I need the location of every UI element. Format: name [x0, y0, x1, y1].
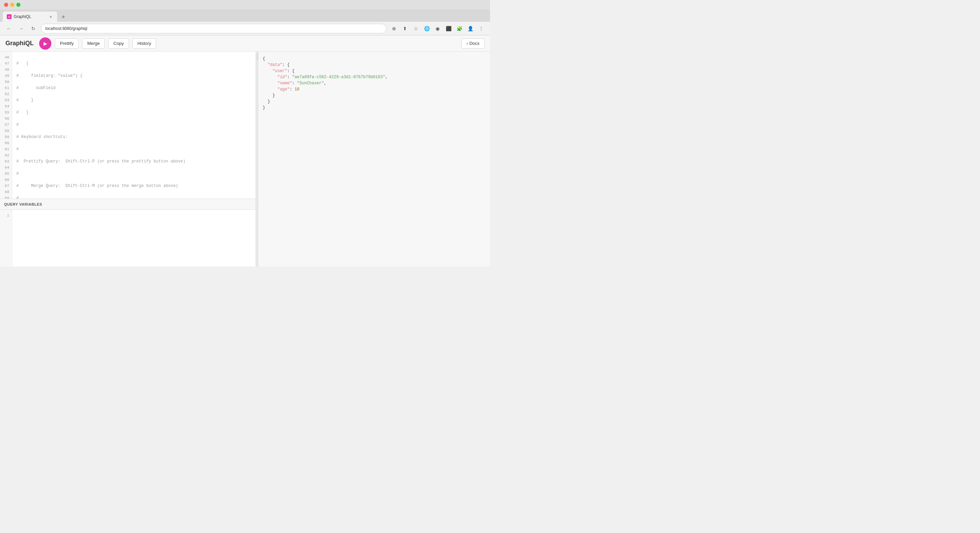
variables-panel: QUERY VARIABLES 1	[0, 198, 256, 266]
nav-icons: ⊕ ⬆ ☆ 🌐 ◉ ⬛ 🧩 👤 ⋮	[389, 24, 486, 33]
puzzle-icon[interactable]: 🧩	[455, 24, 464, 33]
variables-line-numbers: 1	[0, 210, 12, 266]
var-line-1: 1	[0, 213, 9, 219]
panel-divider[interactable]	[256, 52, 259, 266]
divider-dot-2	[257, 56, 258, 57]
result-content: { "data": { "user": { "id": "ae7a89fa-c5…	[259, 52, 490, 266]
new-tab-button[interactable]: +	[59, 12, 68, 22]
query-editor[interactable]: 46 47 48 49 50 51 52 53 54 55 56 57	[0, 52, 256, 198]
docs-chevron-icon: ‹	[466, 41, 468, 46]
line-numbers: 46 47 48 49 50 51 52 53 54 55 56 57	[0, 52, 12, 198]
tab-bar: G GraphiQL ✕ +	[0, 10, 490, 22]
tab-favicon: G	[7, 14, 11, 19]
tab-close-button[interactable]: ✕	[48, 14, 53, 19]
title-bar	[0, 0, 490, 10]
browser-window: G GraphiQL ✕ + ← → ↻ localhost:8080/grap…	[0, 0, 490, 266]
url-display: localhost:8080/graphiql	[45, 26, 87, 31]
nav-bar: ← → ↻ localhost:8080/graphiql ⊕ ⬆ ☆ 🌐 ◉ …	[0, 22, 490, 35]
divider-dot-3	[257, 59, 258, 59]
copy-button[interactable]: Copy	[108, 38, 129, 49]
play-button[interactable]: ▶	[39, 37, 51, 50]
share-icon[interactable]: ⬆	[400, 24, 410, 33]
graphiql-app: GraphiQL ▶ Prettify Merge Copy History ‹…	[0, 35, 490, 266]
extensions-icon[interactable]: ⬛	[444, 24, 453, 33]
browser-tab-graphiql[interactable]: G GraphiQL ✕	[3, 11, 57, 22]
graphiql-toolbar: GraphiQL ▶ Prettify Merge Copy History ‹…	[0, 35, 490, 52]
menu-icon[interactable]: ⋮	[476, 24, 486, 33]
editor-panel: 46 47 48 49 50 51 52 53 54 55 56 57	[0, 52, 256, 266]
bookmark-icon[interactable]: ☆	[411, 24, 421, 33]
app-title: GraphiQL	[5, 40, 34, 47]
docs-button[interactable]: ‹ Docs	[461, 38, 485, 49]
profile-icon[interactable]: 👤	[466, 24, 475, 33]
history-button[interactable]: History	[132, 38, 156, 49]
docs-label: Docs	[469, 41, 479, 46]
prettify-button[interactable]: Prettify	[55, 38, 79, 49]
browser-icon-1[interactable]: 🌐	[422, 24, 431, 33]
refresh-button[interactable]: ↻	[29, 24, 38, 33]
close-window-button[interactable]	[4, 3, 8, 7]
maximize-window-button[interactable]	[16, 3, 21, 7]
forward-button[interactable]: →	[16, 24, 26, 33]
code-content[interactable]: # { # field(arg: "value") { # subField #…	[12, 52, 256, 198]
address-bar[interactable]: localhost:8080/graphiql	[41, 24, 387, 33]
merge-button[interactable]: Merge	[82, 38, 105, 49]
graphiql-main: 46 47 48 49 50 51 52 53 54 55 56 57	[0, 52, 490, 266]
result-panel: { "data": { "user": { "id": "ae7a89fa-c5…	[259, 52, 490, 266]
translate-icon[interactable]: ⊕	[389, 24, 399, 33]
traffic-lights	[4, 3, 21, 7]
minimize-window-button[interactable]	[10, 3, 14, 7]
variables-content[interactable]: 1	[0, 210, 256, 266]
divider-dot-1	[257, 54, 258, 56]
tab-title: GraphiQL	[14, 14, 31, 19]
back-button[interactable]: ←	[4, 24, 14, 33]
variables-header: QUERY VARIABLES	[0, 199, 256, 210]
variables-title: QUERY VARIABLES	[4, 202, 42, 206]
browser-icon-2[interactable]: ◉	[433, 24, 442, 33]
